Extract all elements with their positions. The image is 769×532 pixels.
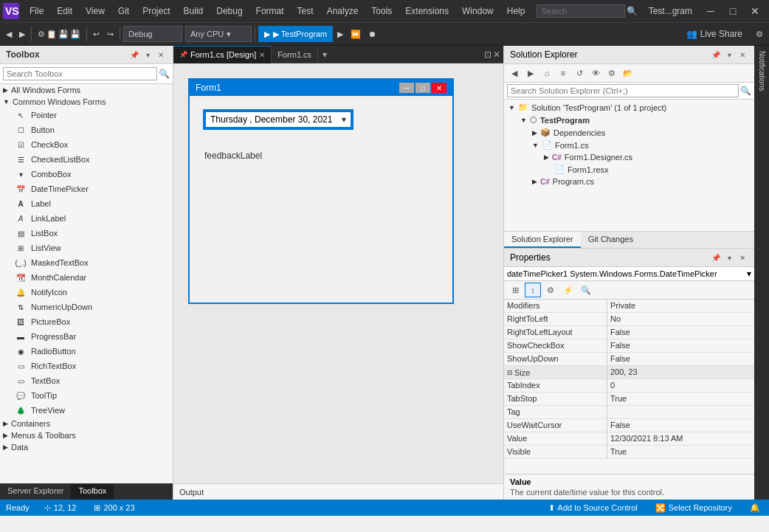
prop-row-modifiers[interactable]: Modifiers Private <box>504 300 754 313</box>
attach-button[interactable]: ▶ <box>334 28 346 41</box>
category-containers[interactable]: ▶ Containers <box>0 418 173 429</box>
toolbox-item-listbox[interactable]: ▤ ListBox <box>0 226 173 241</box>
menu-item-tools[interactable]: Tools <box>365 3 398 19</box>
doc-close-button[interactable]: ✕ <box>493 49 500 60</box>
menu-item-test[interactable]: Test <box>292 3 320 19</box>
prop-arrow-button[interactable]: ▾ <box>723 252 735 263</box>
undo-button[interactable]: ↩ <box>90 28 103 41</box>
toolbox-item-checkbox[interactable]: ☑ CheckBox <box>0 137 173 152</box>
prop-row-righttoleft[interactable]: RightToLeft No <box>504 313 754 326</box>
menu-item-help[interactable]: Help <box>501 3 531 19</box>
toolbox-close-button[interactable]: ✕ <box>155 49 167 61</box>
tab-close-button[interactable]: ✕ <box>259 51 265 59</box>
toolbox-item-notifyicon[interactable]: 🔔 NotifyIcon <box>0 285 173 300</box>
se-tab-solution-explorer[interactable]: Solution Explorer <box>504 232 581 248</box>
toolbox-search-input[interactable] <box>3 67 157 80</box>
se-toolbar-open[interactable]: 📂 <box>621 66 635 80</box>
menu-item-file[interactable]: File <box>24 3 49 19</box>
icon-1[interactable]: ⚙ <box>38 30 45 39</box>
tree-item-form1cs[interactable]: ▼ 📄 Form1.cs <box>506 139 753 151</box>
toolbox-item-pointer[interactable]: ↖ Pointer <box>0 108 173 122</box>
datetime-dropdown-arrow[interactable]: ▾ <box>342 114 346 125</box>
icon-4[interactable]: 💾 <box>70 30 80 39</box>
se-toolbar-home[interactable]: ⌂ <box>539 66 554 80</box>
status-size[interactable]: ⊞ 200 x 23 <box>91 503 137 513</box>
menu-item-window[interactable]: Window <box>456 3 500 19</box>
run-button[interactable]: ▶ ▶ TestProgram <box>258 26 333 42</box>
se-pin-button[interactable]: 📌 <box>710 49 722 61</box>
se-close-button[interactable]: ✕ <box>737 49 748 61</box>
prop-events-button[interactable]: ⚡ <box>560 283 576 297</box>
back-button[interactable]: ◀ <box>3 28 15 41</box>
icon-2[interactable]: 📋 <box>46 30 57 39</box>
select-repository-button[interactable]: 🔀 Select Repository <box>652 503 735 513</box>
prop-row-righttoleftlayout[interactable]: RightToLeftLayout False <box>504 326 754 339</box>
toolbox-item-datetimepicker[interactable]: 📅 DateTimePicker <box>0 182 173 196</box>
tab-overflow-button[interactable]: ▾ <box>318 49 331 60</box>
prop-pin-button[interactable]: 📌 <box>710 252 722 263</box>
category-data[interactable]: ▶ Data <box>0 441 173 453</box>
config-dropdown[interactable]: Debug <box>123 26 182 42</box>
toolbox-item-progressbar[interactable]: ▬ ProgressBar <box>0 329 173 344</box>
prop-alphabetical-button[interactable]: ↕ <box>525 283 541 297</box>
toolbox-item-richtextbox[interactable]: ▭ RichTextBox <box>0 359 173 373</box>
maximize-button[interactable]: □ <box>722 0 744 22</box>
prop-row-tag[interactable]: Tag <box>504 406 754 419</box>
notifications-icon[interactable]: Notifications <box>755 49 768 93</box>
toolbox-item-combobox[interactable]: ▾ ComboBox <box>0 167 173 182</box>
se-toolbar-props[interactable]: ⚙ <box>604 66 619 80</box>
forward-button[interactable]: ▶ <box>16 28 28 41</box>
prop-row-tabstop[interactable]: TabStop True <box>504 393 754 406</box>
toolbox-arrow-button[interactable]: ▾ <box>142 49 154 61</box>
prop-properties-button[interactable]: ⚙ <box>542 283 559 297</box>
toolbox-item-radiobutton[interactable]: ◉ RadioButton <box>0 344 173 359</box>
step-over-button[interactable]: ⏩ <box>348 28 364 41</box>
menu-item-analyze[interactable]: Analyze <box>321 3 365 19</box>
tree-item-solution[interactable]: ▼ 📁 Solution 'TestProgram' (1 of 1 proje… <box>506 101 753 114</box>
status-position[interactable]: ⊹ 12, 12 <box>41 503 80 513</box>
menu-item-git[interactable]: Git <box>112 3 135 19</box>
form-close-button[interactable]: ✕ <box>432 83 446 93</box>
properties-object-arrow[interactable]: ▾ <box>747 269 751 279</box>
redo-button[interactable]: ↪ <box>104 28 117 41</box>
menu-item-edit[interactable]: Edit <box>51 3 78 19</box>
toolbox-tab[interactable]: Toolbox <box>71 484 114 500</box>
prop-row-showcheckbox[interactable]: ShowCheckBox False <box>504 339 754 353</box>
live-share-button[interactable]: 👥 Live Share <box>680 27 748 41</box>
toolbox-item-tooltip[interactable]: 💬 ToolTip <box>0 388 173 403</box>
tree-item-testprogram[interactable]: ▼ ⬡ TestProgram <box>506 114 753 126</box>
prop-row-value[interactable]: Value 12/30/2021 8:13 AM <box>504 432 754 446</box>
prop-row-showupdown[interactable]: ShowUpDown False <box>504 353 754 366</box>
toolbox-item-label[interactable]: A Label <box>0 196 173 211</box>
toolbox-item-picturebox[interactable]: 🖼 PictureBox <box>0 314 173 329</box>
se-toolbar-forward[interactable]: ▶ <box>523 66 538 80</box>
toolbox-item-monthcalendar[interactable]: 📆 MonthCalendar <box>0 270 173 285</box>
toolbox-item-listview[interactable]: ⊞ ListView <box>0 241 173 255</box>
platform-dropdown[interactable]: Any CPU ▾ <box>185 26 252 42</box>
form-minimize-button[interactable]: ─ <box>399 83 414 93</box>
tree-item-form1designer[interactable]: ▶ C# Form1.Designer.cs <box>506 151 753 163</box>
minimize-button[interactable]: ─ <box>700 0 722 22</box>
toolbox-item-treeview[interactable]: 🌲 TreeView <box>0 403 173 418</box>
tab-form1-cs[interactable]: Form1.cs <box>272 46 318 63</box>
se-toolbar-show-all[interactable]: 👁 <box>588 66 603 80</box>
se-arrow-button[interactable]: ▾ <box>723 49 735 61</box>
server-explorer-tab[interactable]: Server Explorer <box>0 484 71 500</box>
tree-item-dependencies[interactable]: ▶ 📦 Dependencies <box>506 126 753 139</box>
se-toolbar-back[interactable]: ◀ <box>507 66 522 80</box>
doc-split-button[interactable]: ⊡ <box>484 49 492 60</box>
category-menus-toolbars[interactable]: ▶ Menus & Toolbars <box>0 429 173 441</box>
toolbox-item-linklabel[interactable]: A LinkLabel <box>0 211 173 226</box>
menu-search-input[interactable] <box>537 4 625 18</box>
prop-categorized-button[interactable]: ⊞ <box>507 283 523 297</box>
menu-item-project[interactable]: Project <box>137 3 176 19</box>
toolbox-item-textbox[interactable]: ▭ TextBox <box>0 373 173 388</box>
prop-search-button[interactable]: 🔍 <box>578 283 594 297</box>
add-source-control-button[interactable]: ⬆ Add to Source Control <box>545 503 641 513</box>
properties-object-selector[interactable]: dateTimePicker1 System.Windows.Forms.Dat… <box>504 267 754 281</box>
se-toolbar-filter[interactable]: ≡ <box>556 66 570 80</box>
menu-item-format[interactable]: Format <box>250 3 290 19</box>
menu-item-debug[interactable]: Debug <box>210 3 248 19</box>
extra-toolbar-button[interactable]: ⚙ <box>753 28 766 41</box>
prop-row-tabindex[interactable]: TabIndex 0 <box>504 379 754 393</box>
